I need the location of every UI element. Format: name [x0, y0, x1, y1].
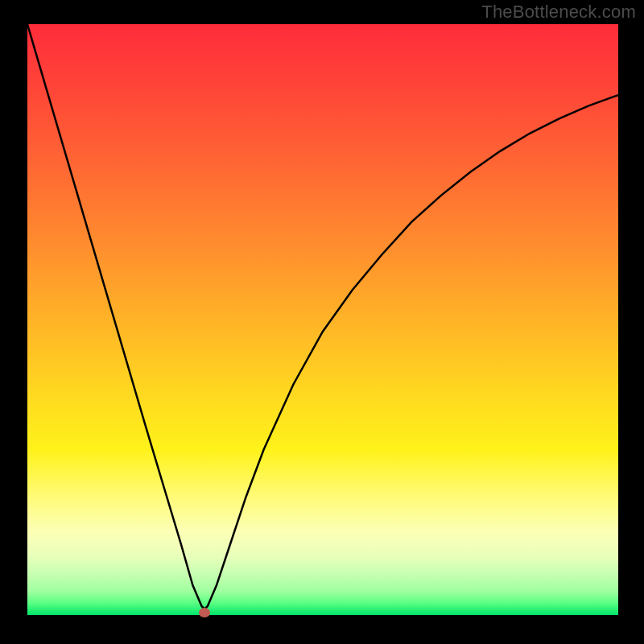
bottleneck-curve: [27, 24, 618, 615]
plot-area: [27, 24, 618, 615]
watermark-text: TheBottleneck.com: [481, 2, 636, 23]
optimal-marker: [199, 608, 210, 617]
chart-frame: TheBottleneck.com: [0, 0, 644, 644]
curve-path: [27, 24, 618, 609]
